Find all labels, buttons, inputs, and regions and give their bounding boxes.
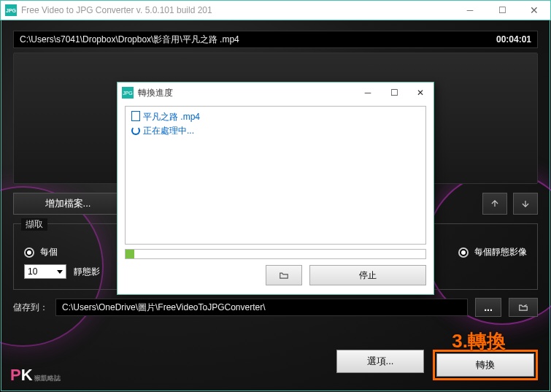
arrow-up-icon <box>490 199 500 209</box>
dialog-title: 轉換進度 <box>138 87 173 99</box>
save-path-field[interactable]: C:\Users\OneDrive\圖片\FreeVideoToJPGConve… <box>55 299 468 316</box>
maximize-button[interactable]: ☐ <box>486 1 518 20</box>
open-save-folder-button[interactable] <box>509 298 538 317</box>
dialog-titlebar: JPG 轉換進度 ─ ☐ ✕ <box>117 82 434 103</box>
progress-fill <box>126 250 134 258</box>
dialog-file-list: 平凡之路 .mp4 正在處理中... <box>125 106 426 245</box>
arrow-down-icon <box>520 199 531 209</box>
convert-button[interactable]: 轉換 <box>436 353 534 377</box>
dialog-app-icon: JPG <box>122 87 134 99</box>
dialog-minimize-button[interactable]: ─ <box>355 83 381 102</box>
add-file-button[interactable]: 增加檔案... <box>13 193 123 215</box>
radio-every-frame[interactable] <box>458 247 469 258</box>
dialog-file-row: 平凡之路 .mp4 <box>131 111 420 123</box>
folder-open-icon <box>279 270 289 280</box>
radio-every-frame-label: 每個靜態影像 <box>474 246 527 258</box>
main-titlebar: JPG Free Video to JPG Converter v. 5.0.1… <box>0 0 551 20</box>
dialog-status-row: 正在處理中... <box>131 125 420 137</box>
convert-highlight: 轉換 <box>433 350 538 380</box>
progress-bar <box>125 249 426 259</box>
move-up-button[interactable] <box>482 193 507 215</box>
open-folder-icon <box>518 302 528 312</box>
dialog-stop-button[interactable]: 停止 <box>309 265 426 285</box>
file-duration: 00:04:01 <box>496 34 531 45</box>
radio-every-n-label: 每個 <box>40 246 58 258</box>
progress-dialog: JPG 轉換進度 ─ ☐ ✕ 平凡之路 .mp4 正在處理中... 停止 <box>117 82 434 295</box>
window-title: Free Video to JPG Converter v. 5.0.101 b… <box>21 5 212 15</box>
options-button[interactable]: 選項... <box>336 350 424 373</box>
save-row: 儲存到： C:\Users\OneDrive\圖片\FreeVideoToJPG… <box>13 298 538 317</box>
bottom-button-row: 選項... 轉換 <box>336 350 538 380</box>
close-button[interactable]: ✕ <box>518 1 550 20</box>
file-path-bar: C:\Users\s7041\Dropbox\Dropbox\影音用\平凡之路 … <box>13 31 538 48</box>
annotation-step-3: 3.轉換 <box>452 328 506 354</box>
spinner-icon <box>131 126 140 135</box>
dialog-maximize-button[interactable]: ☐ <box>381 83 407 102</box>
file-icon <box>131 111 140 121</box>
move-down-button[interactable] <box>513 193 538 215</box>
save-label: 儲存到： <box>13 301 48 314</box>
browse-save-button[interactable]: ... <box>475 298 501 317</box>
minimize-button[interactable]: ─ <box>454 1 486 20</box>
app-icon: JPG <box>5 4 17 16</box>
frame-count-select[interactable]: 10 <box>24 264 66 279</box>
dialog-open-folder-button[interactable] <box>266 265 302 285</box>
extract-legend: 擷取 <box>21 218 47 231</box>
watermark-logo: PK猴凱略誌 <box>10 366 61 385</box>
radio-every-n[interactable] <box>24 247 34 258</box>
dialog-button-row: 停止 <box>117 265 434 294</box>
file-path-text: C:\Users\s7041\Dropbox\Dropbox\影音用\平凡之路 … <box>20 34 239 46</box>
frame-unit-label: 靜態影 <box>74 266 100 278</box>
dialog-close-button[interactable]: ✕ <box>407 83 434 102</box>
